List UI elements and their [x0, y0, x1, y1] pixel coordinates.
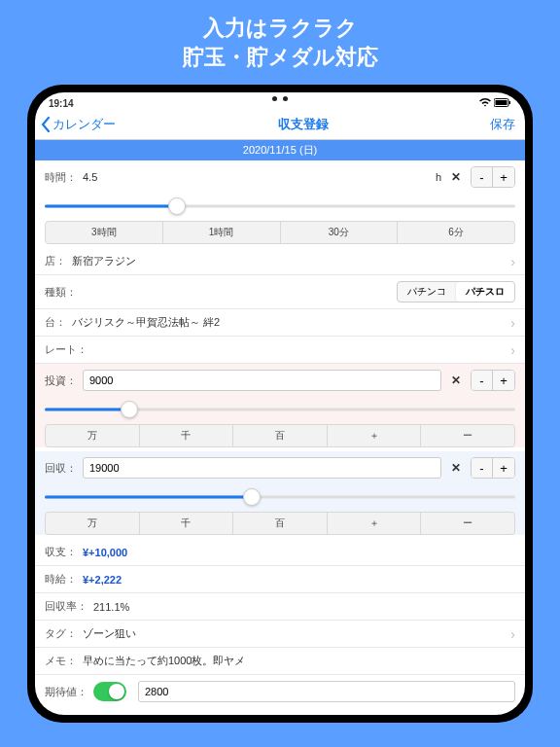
memo-value: 早めに当たって約1000枚。即ヤメ [83, 654, 515, 668]
invest-input[interactable] [83, 370, 441, 391]
invest-label: 投資： [45, 374, 77, 388]
collect-preset-minus[interactable]: ー [421, 513, 514, 534]
time-stepper: - + [471, 166, 515, 188]
time-preset-segment: 3時間 1時間 30分 6分 [45, 221, 515, 244]
back-label: カレンダー [52, 116, 116, 133]
recovery-value: 211.1% [93, 601, 515, 613]
chevron-right-icon: › [510, 343, 515, 357]
collect-input[interactable] [83, 457, 441, 479]
time-slider[interactable] [45, 197, 515, 215]
time-value: 4.5 [83, 171, 430, 183]
collect-minus-button[interactable]: - [472, 458, 493, 478]
form-content: 時間： 4.5 h ✕ - + 3時間 1時間 30分 6分 [35, 160, 525, 715]
camera-notch [272, 96, 288, 101]
expect-row: 期待値： [35, 675, 525, 708]
rate-row[interactable]: レート： › [35, 337, 525, 364]
wifi-icon [479, 98, 494, 109]
wage-row: 時給： ¥+2,222 [35, 566, 525, 593]
headline-line2: 貯玉・貯メダル対応 [0, 43, 560, 72]
invest-section: 投資： ✕ - + 万 千 百 ＋ [35, 364, 525, 447]
store-value: 新宿アラジン [72, 254, 505, 268]
recovery-row: 回収率： 211.1% [35, 593, 525, 621]
nav-bar: カレンダー 収支登録 保存 [35, 110, 525, 140]
tag-value: ゾーン狙い [83, 626, 505, 641]
memo-label: メモ： [45, 654, 77, 668]
chevron-right-icon: › [510, 255, 515, 268]
time-minus-button[interactable]: - [472, 167, 493, 187]
time-unit: h [436, 171, 441, 183]
recovery-label: 回収率： [45, 599, 88, 614]
expect-toggle[interactable] [93, 682, 126, 701]
time-clear-button[interactable]: ✕ [447, 168, 465, 186]
invest-preset-sen[interactable]: 千 [140, 425, 234, 446]
invest-preset-segment: 万 千 百 ＋ ー [45, 424, 515, 447]
date-bar: 2020/11/15 (日) [35, 140, 525, 160]
balance-label: 収支： [45, 545, 77, 559]
invest-clear-button[interactable]: ✕ [447, 372, 465, 389]
save-button[interactable]: 保存 [490, 116, 515, 133]
machine-label: 台： [45, 315, 66, 330]
time-preset-1h[interactable]: 1時間 [163, 222, 281, 243]
screen: 19:14 カレンダー 収支登録 保存 2020/11/15 (日) [35, 92, 525, 715]
collect-section: 回収： ✕ - + 万 千 百 ＋ [35, 451, 525, 535]
time-row: 時間： 4.5 h ✕ - + [35, 160, 525, 194]
balance-row: 収支： ¥+10,000 [35, 539, 525, 566]
svg-rect-2 [509, 101, 511, 104]
status-time: 19:14 [49, 98, 74, 109]
balance-value: ¥+10,000 [83, 547, 515, 558]
wage-label: 時給： [45, 572, 77, 587]
time-label: 時間： [45, 170, 77, 185]
time-plus-button[interactable]: + [493, 167, 514, 187]
invest-plus-button[interactable]: + [493, 371, 514, 390]
marketing-headline: 入力はラクラク 貯玉・貯メダル対応 [0, 0, 560, 85]
collect-preset-plus[interactable]: ＋ [328, 513, 422, 534]
collect-clear-button[interactable]: ✕ [447, 459, 465, 477]
collect-stepper: - + [471, 457, 515, 479]
time-preset-30m[interactable]: 30分 [281, 222, 399, 243]
rate-label: レート： [45, 342, 88, 357]
collect-preset-segment: 万 千 百 ＋ ー [45, 512, 515, 535]
status-right [479, 98, 511, 109]
tag-row[interactable]: タグ： ゾーン狙い › [35, 621, 525, 648]
store-label: 店： [45, 254, 66, 268]
collect-preset-hyaku[interactable]: 百 [233, 513, 328, 534]
collect-preset-sen[interactable]: 千 [140, 513, 234, 534]
time-preset-3h[interactable]: 3時間 [46, 222, 163, 243]
store-row[interactable]: 店： 新宿アラジン › [35, 248, 525, 275]
expect-input[interactable] [138, 681, 515, 702]
type-pachislot[interactable]: パチスロ [456, 282, 514, 302]
type-label: 種類： [45, 285, 77, 300]
expect-label: 期待値： [45, 685, 88, 699]
invest-stepper: - + [471, 370, 515, 391]
chevron-left-icon [39, 117, 52, 132]
collect-plus-button[interactable]: + [493, 458, 514, 478]
battery-icon [494, 98, 511, 109]
tablet-frame: 19:14 カレンダー 収支登録 保存 2020/11/15 (日) [27, 85, 533, 723]
headline-line1: 入力はラクラク [0, 14, 560, 43]
status-bar: 19:14 [35, 92, 525, 110]
time-slider-wrap [35, 194, 525, 217]
type-pachinko[interactable]: パチンコ [398, 282, 456, 302]
type-segment: パチンコ パチスロ [397, 281, 515, 302]
svg-rect-1 [496, 100, 508, 105]
chevron-right-icon: › [510, 316, 515, 330]
invest-minus-button[interactable]: - [472, 371, 493, 390]
time-preset-6m[interactable]: 6分 [398, 222, 514, 243]
nav-title: 収支登録 [278, 116, 329, 133]
chevron-right-icon: › [510, 627, 515, 641]
tag-label: タグ： [45, 626, 77, 641]
invest-preset-man[interactable]: 万 [46, 425, 140, 446]
type-row: 種類： パチンコ パチスロ [35, 275, 525, 309]
collect-label: 回収： [45, 461, 77, 476]
memo-row[interactable]: メモ： 早めに当たって約1000枚。即ヤメ [35, 648, 525, 675]
wage-value: ¥+2,222 [83, 574, 515, 586]
back-button[interactable]: カレンダー [39, 116, 116, 133]
machine-row[interactable]: 台： バジリスク～甲賀忍法帖～ 絆2 › [35, 309, 525, 337]
collect-slider[interactable] [45, 488, 515, 506]
invest-preset-minus[interactable]: ー [421, 425, 514, 446]
collect-preset-man[interactable]: 万 [46, 513, 140, 534]
invest-slider[interactable] [45, 401, 515, 418]
invest-preset-hyaku[interactable]: 百 [233, 425, 328, 446]
machine-value: バジリスク～甲賀忍法帖～ 絆2 [72, 315, 505, 330]
invest-preset-plus[interactable]: ＋ [328, 425, 422, 446]
